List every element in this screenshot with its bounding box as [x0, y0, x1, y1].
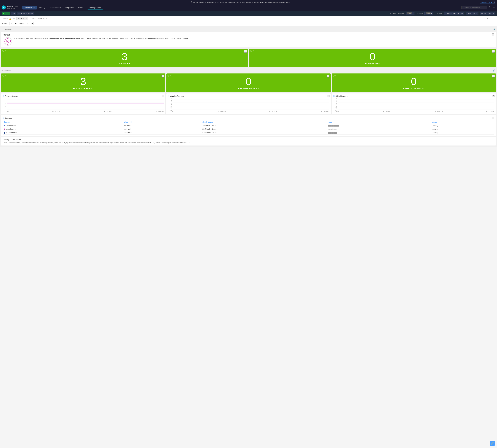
warning-edit-icon[interactable]: ✎ — [170, 75, 171, 77]
warning-services-label: WARNING SERVICES — [238, 87, 259, 89]
critical-menu[interactable]: ⋮ — [492, 75, 495, 78]
sub-toolbar: Consul 🔒 ☆ JUMP TO ▾ | Filter ⊼ ↗ ⋮ — [0, 16, 497, 21]
table-row: consul-server serfHealth Serf Health Sta… — [3, 124, 494, 127]
down-nodes-menu[interactable]: ⋮ — [492, 50, 495, 53]
browse-arrow-icon: ▾ — [85, 7, 85, 8]
share-button[interactable]: ↗ — [490, 17, 492, 20]
overview-card: Consul ⋮ Real-time status for both Cloud… — [1, 32, 496, 48]
svg-point-9 — [10, 41, 11, 42]
down-nodes-icons: ⓘ ✎ — [250, 50, 254, 52]
critical-info-icon[interactable]: ⓘ — [333, 75, 335, 77]
nav-getting-started[interactable]: Getting Started — [87, 6, 103, 10]
services-toggle[interactable]: ▾ — [2, 70, 3, 72]
top-nav: vT VMware Tanzu Observability Dashboards… — [0, 4, 497, 11]
table-row: sk-tel-centos-8 serfHealth Serf Health S… — [3, 131, 494, 135]
jump-to-label: JUMP TO — [18, 18, 25, 20]
settings-button[interactable]: ⚙ — [492, 6, 495, 10]
nav-right: 🔍 ? ⚙ — [462, 6, 495, 10]
down-nodes-info-icon[interactable]: ⓘ — [250, 50, 252, 52]
more-button[interactable]: ⋮ — [493, 17, 495, 20]
filter-input[interactable] — [37, 17, 57, 20]
up-nodes-info-icon[interactable]: ⓘ — [2, 50, 4, 52]
main-content: ▾ Overview 🔗 Consul ⋮ Real-time status f… — [0, 26, 497, 147]
jump-to-arrow-icon: ▾ — [26, 18, 26, 19]
cookie-policy-button[interactable]: COOKIE POLICY — [480, 1, 495, 3]
nav-applications[interactable]: Applications ▾ — [48, 6, 63, 10]
critical-chart-area: .8.6.4.20-.2-.4-.6-.8-1 — [333, 98, 494, 112]
nav-alerting[interactable]: Alerting ▾ — [37, 6, 48, 10]
down-nodes-edit-icon[interactable]: ✎ — [253, 50, 254, 52]
overview-card-menu[interactable]: ⋮ — [492, 33, 494, 36]
critical-chart-menu[interactable]: ⋮ — [492, 95, 495, 97]
up-nodes-menu[interactable]: ⋮ — [244, 50, 247, 53]
live-indicator — [3, 13, 4, 14]
services-link-icon[interactable]: 🔗 — [493, 69, 495, 72]
down-nodes-card: ⓘ ✎ ⋮ 0 DOWN NODES — [249, 48, 496, 67]
time-range-button[interactable]: LAST 24 HOURS ▾ — [17, 12, 34, 15]
search-input[interactable] — [462, 6, 487, 9]
svg-point-7 — [7, 44, 8, 45]
nav-getting-started-label: Getting Started — [89, 6, 101, 9]
warning-chart-y-axis: .8.6.4.20-.2-.4-.6-.8-1 — [168, 98, 172, 110]
up-nodes-edit-icon[interactable]: ✎ — [5, 50, 6, 52]
live-label: LIVE — [5, 12, 9, 14]
timezone-select[interactable]: BROWSER DEFAULT ▾ — [444, 12, 465, 15]
time-1d-button[interactable]: 1D — [11, 12, 16, 15]
jump-to-button[interactable]: JUMP TO ▾ — [16, 17, 28, 20]
overview-toggle[interactable]: ▾ — [2, 28, 3, 30]
source-label: Source — [2, 23, 7, 25]
services-table-menu[interactable]: ⋮ — [492, 117, 494, 119]
col-status: status — [431, 120, 494, 124]
passing-chart-info-icon[interactable]: ⓘ — [3, 95, 4, 97]
from-chart-button[interactable]: FROM CHART ▾ — [480, 12, 495, 15]
source-select[interactable]: * — [10, 22, 17, 25]
warning-chart-menu[interactable]: ⋮ — [327, 95, 329, 97]
passing-services-card: ⓘ ✎ ⋮ 3 PASSING SERVICES — [1, 73, 165, 92]
nav-alerting-label: Alerting — [39, 6, 45, 9]
warning-chart-info-icon[interactable]: ⓘ — [168, 95, 170, 97]
compare-value: OFF — [426, 12, 431, 14]
warning-menu[interactable]: ⋮ — [327, 75, 329, 78]
overview-link-icon[interactable]: 🔗 — [493, 28, 495, 30]
cookie-text: ⓘ We use cookies for advertising, social… — [2, 1, 479, 3]
warning-chart-card: ⓘ Warning Services ⋮ .8.6.4.20-.2-.4-.6-… — [166, 94, 330, 114]
compare-select[interactable]: OFF ▾ — [424, 12, 433, 15]
critical-chart-info-icon[interactable]: ⓘ — [333, 95, 335, 97]
live-button[interactable]: LIVE — [2, 12, 10, 15]
svg-text:vT: vT — [3, 7, 5, 8]
source-dot — [4, 132, 5, 134]
passing-edit-icon[interactable]: ✎ — [5, 75, 6, 77]
show-events-label: Show Events — [467, 12, 477, 14]
nav-dashboards[interactable]: Dashboards ▾ — [22, 6, 37, 10]
node-select[interactable]: * — [26, 22, 33, 25]
lock-icon[interactable]: 🔒 — [9, 17, 12, 20]
svg-point-8 — [4, 41, 5, 42]
nav-integrations[interactable]: Integrations — [63, 6, 76, 10]
svg-point-5 — [7, 41, 8, 42]
passing-chart-menu[interactable]: ⋮ — [162, 95, 164, 97]
cookie-close-button[interactable]: × — [494, 1, 495, 3]
show-events-button[interactable]: Show Events — [466, 12, 479, 15]
footer-menu[interactable]: ⋮ — [491, 139, 494, 142]
anomaly-select[interactable]: OFF ▾ — [406, 12, 415, 15]
consul-label: Consul — [2, 17, 7, 20]
star-icon[interactable]: ☆ — [13, 17, 15, 20]
up-nodes-card: ⓘ ✎ ⋮ 3 UP NODES — [1, 48, 248, 67]
critical-edit-icon[interactable]: ✎ — [335, 75, 337, 77]
services-table-card: ⓘ Services ⋮ Source check_id check_name … — [1, 115, 496, 136]
services-stats-row: ⓘ ✎ ⋮ 3 PASSING SERVICES ⓘ ✎ ⋮ 0 WARNING… — [1, 73, 496, 92]
critical-chart-label: Critical Services — [336, 95, 348, 97]
overview-text: Real-time status for both Cloud Managed … — [14, 37, 188, 40]
help-button[interactable]: ? — [489, 6, 491, 9]
collapse-button[interactable]: ⊼ — [487, 17, 489, 20]
nav-browse[interactable]: Browse ▾ — [76, 6, 87, 10]
warning-info-icon[interactable]: ⓘ — [168, 75, 169, 77]
nav-applications-label: Applications — [50, 6, 60, 9]
services-table-info-icon[interactable]: ⓘ — [3, 117, 4, 119]
passing-services-label: PASSING SERVICES — [73, 87, 94, 89]
passing-menu[interactable]: ⋮ — [161, 75, 164, 78]
svg-point-6 — [7, 38, 8, 39]
search-wrap: 🔍 — [462, 6, 487, 9]
divider-bar: | — [30, 17, 30, 20]
passing-info-icon[interactable]: ⓘ — [2, 75, 4, 77]
